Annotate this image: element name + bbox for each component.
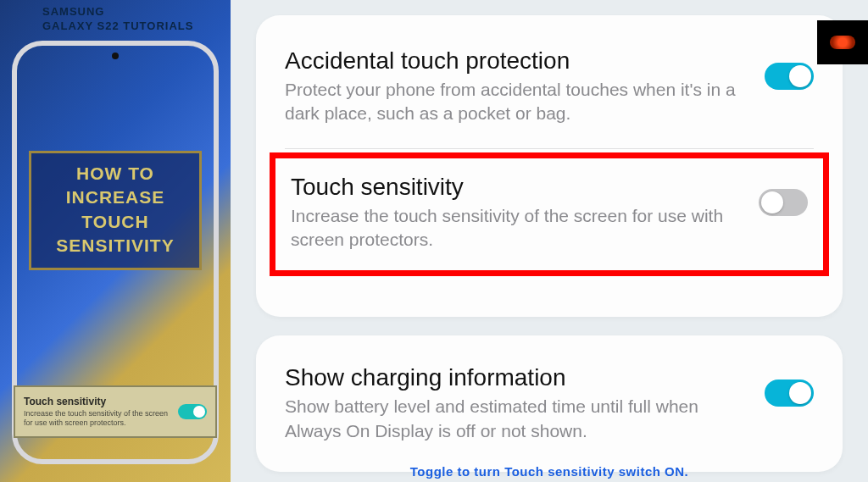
- setting-title: Show charging information: [285, 364, 748, 391]
- setting-title: Touch sensitivity: [291, 174, 742, 201]
- setting-desc: Show battery level and estimated time un…: [285, 395, 748, 443]
- touch-sensitivity-toggle[interactable]: [759, 189, 808, 216]
- charging-info-toggle[interactable]: [765, 380, 814, 407]
- settings-card-1: Accidental touch protection Protect your…: [256, 15, 843, 317]
- setting-title: Accidental touch protection: [285, 47, 748, 75]
- title-line2: INCREASE: [38, 186, 192, 209]
- divider: [285, 148, 814, 149]
- mini-preview-card: Touch sensitivity Increase the touch sen…: [14, 385, 217, 438]
- settings-panel: Accidental touch protection Protect your…: [231, 0, 868, 482]
- settings-card-2: Show charging information Show battery l…: [256, 335, 843, 472]
- title-line3: TOUCH: [38, 210, 192, 234]
- brand-line2: GALAXY S22 TUTORIALS: [42, 19, 193, 34]
- mini-toggle-on-icon: [178, 404, 207, 419]
- setting-accidental-touch[interactable]: Accidental touch protection Protect your…: [285, 44, 814, 148]
- brand-line1: SAMSUNG: [42, 5, 193, 19]
- brand-header: SAMSUNG GALAXY S22 TUTORIALS: [42, 5, 193, 34]
- setting-text: Show charging information Show battery l…: [285, 364, 748, 443]
- setting-touch-sensitivity[interactable]: Touch sensitivity Increase the touch sen…: [270, 152, 829, 277]
- accidental-touch-toggle[interactable]: [765, 63, 814, 90]
- instruction-caption: Toggle to turn Touch sensitivity switch …: [410, 464, 688, 479]
- setting-desc: Protect your phone from accidental touch…: [285, 78, 748, 126]
- setting-desc: Increase the touch sensitivity of the sc…: [291, 204, 742, 252]
- title-line4: SENSITIVITY: [38, 234, 192, 258]
- setting-text: Touch sensitivity Increase the touch sen…: [291, 174, 742, 252]
- tutorial-title-box: HOW TO INCREASE TOUCH SENSITIVITY: [29, 151, 202, 270]
- setting-text: Accidental touch protection Protect your…: [285, 47, 748, 126]
- title-line1: HOW TO: [38, 162, 192, 186]
- mini-title: Touch sensitivity: [24, 396, 171, 407]
- corner-badge: [817, 20, 868, 64]
- mini-text: Touch sensitivity Increase the touch sen…: [24, 396, 171, 429]
- mini-desc: Increase the touch sensitivity of the sc…: [24, 409, 171, 429]
- setting-charging-info[interactable]: Show charging information Show battery l…: [285, 361, 814, 465]
- tutorial-sidebar: SAMSUNG GALAXY S22 TUTORIALS HOW TO INCR…: [0, 0, 231, 482]
- phone-notch: [112, 53, 119, 59]
